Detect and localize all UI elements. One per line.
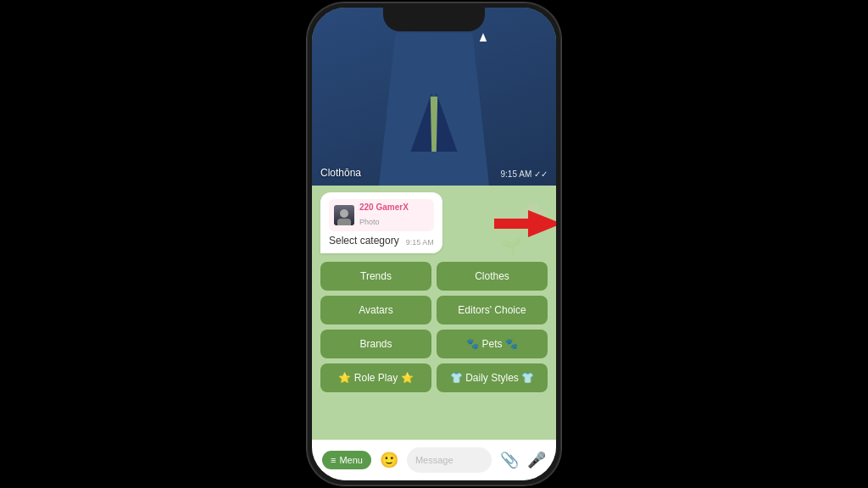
category-clothes-button[interactable]: Clothes (437, 262, 548, 291)
top-image-area: Clothōna 9:15 AM ✓✓ (312, 8, 556, 186)
message-content: Select category 9:15 AM (329, 235, 434, 247)
message-placeholder: Message (415, 455, 453, 465)
message-input-field[interactable]: Message (407, 447, 492, 473)
phone-notch (383, 8, 485, 31)
forwarded-info: 220 GamerX Photo (359, 202, 409, 228)
category-avatars-button[interactable]: Avatars (320, 296, 431, 324)
category-trends-button[interactable]: Trends (320, 262, 431, 291)
bottom-nav: ≡ Menu 🙂 Message 📎 🎤 (312, 440, 556, 480)
svg-marker-0 (494, 210, 556, 237)
category-role-play-button[interactable]: ⭐ Role Play ⭐ (320, 363, 431, 392)
category-brands-button[interactable]: Brands (320, 330, 431, 358)
message-bubble: 220 GamerX Photo Select category 9:15 AM (320, 192, 442, 253)
attach-icon[interactable]: 📎 (500, 451, 519, 469)
category-pets-button[interactable]: 🐾 Pets 🐾 (437, 330, 548, 358)
image-time: 9:15 AM ✓✓ (501, 169, 548, 179)
category-daily-styles-button[interactable]: 👕 Daily Styles 👕 (437, 363, 548, 392)
forwarded-header: 220 GamerX Photo (329, 199, 434, 231)
mic-icon[interactable]: 🎤 (527, 451, 546, 469)
sender-name: 220 GamerX (359, 202, 409, 213)
phone-frame: Clothōna 9:15 AM ✓✓ 🌸 🌱 (307, 3, 561, 485)
menu-button[interactable]: ≡ Menu (322, 451, 371, 469)
category-grid: Trends Clothes Avatars Editors' Choice B… (320, 262, 548, 392)
image-caption: Clothōna (320, 167, 361, 179)
menu-label: Menu (339, 455, 363, 465)
phone-screen: Clothōna 9:15 AM ✓✓ 🌸 🌱 (312, 8, 556, 480)
message-container: 220 GamerX Photo Select category 9:15 AM (320, 192, 548, 258)
category-editors-choice-button[interactable]: Editors' Choice (437, 296, 548, 324)
red-arrow-indicator (494, 208, 556, 242)
emoji-picker-icon[interactable]: 🙂 (380, 451, 398, 469)
menu-icon: ≡ (331, 455, 336, 465)
avatar (334, 205, 354, 225)
message-time-stamp: 9:15 AM (406, 238, 434, 247)
message-text: Select category (329, 235, 399, 247)
sender-sub: Photo (359, 218, 380, 226)
chat-area: 🌸 🌱 220 GamerX (312, 186, 556, 440)
